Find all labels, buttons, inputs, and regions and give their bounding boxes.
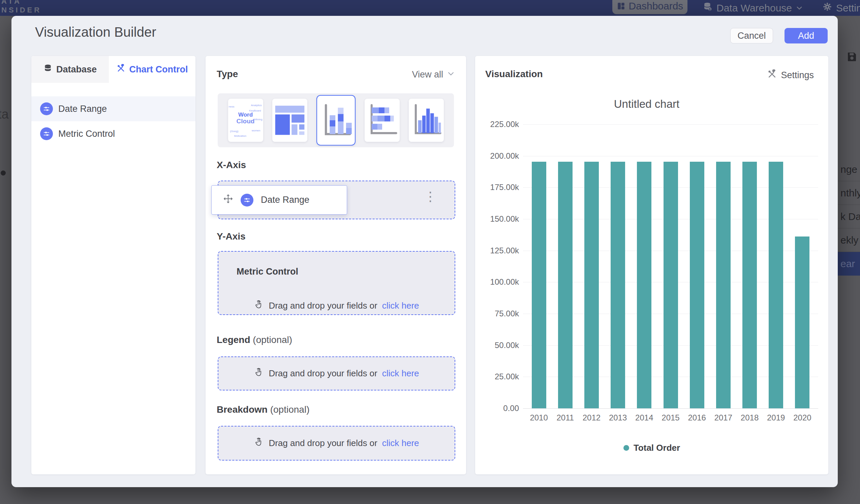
x-tick-label: 2018 <box>736 413 763 422</box>
bar-2014[interactable] <box>637 162 651 408</box>
visualization-panel: Visualization Settings Untitled chart 0.… <box>475 56 828 474</box>
y-tick-label: 200.00k <box>475 151 519 161</box>
tools-icon <box>117 64 125 75</box>
x-tick-label: 2012 <box>578 413 605 422</box>
settings-label: Settings <box>781 70 814 81</box>
menu-item: nge <box>838 158 860 181</box>
click-here-link[interactable]: click here <box>382 368 419 379</box>
tab-chart-control-label: Chart Control <box>129 64 188 75</box>
breakdown-optional-suffix: (optional) <box>270 404 310 415</box>
chart-title: Untitled chart <box>475 98 818 111</box>
view-all-dropdown[interactable]: View all <box>412 69 455 80</box>
hand-click-icon <box>254 367 264 380</box>
sliders-icon <box>40 102 53 115</box>
x-axis-heading: X-Axis <box>217 160 246 171</box>
x-tick-label: 2011 <box>552 413 578 422</box>
menu-item: ekly <box>838 228 860 252</box>
y-tick-label: 75.00k <box>475 309 519 318</box>
builder-panel: Type View all Word Cloud ness Analytics … <box>205 56 466 474</box>
bar-2016[interactable] <box>690 162 704 408</box>
hand-click-icon <box>254 300 264 312</box>
chart-type-treemap[interactable] <box>272 99 307 142</box>
database-icon <box>43 64 52 75</box>
chart-type-stacked-bar[interactable] <box>364 99 400 142</box>
x-tick-label: 2013 <box>605 413 631 422</box>
bar-2011[interactable] <box>558 162 573 408</box>
sliders-icon <box>241 194 254 206</box>
gridline <box>523 408 818 409</box>
gridline <box>523 124 818 125</box>
nav-item-dashboards: Dashboards <box>612 0 687 14</box>
y-tick-label: 150.00k <box>475 214 519 224</box>
chart-legend[interactable]: Total Order <box>475 443 828 453</box>
breakdown-heading: Breakdown (optional) <box>217 404 309 415</box>
legend-heading: Legend (optional) <box>217 334 292 345</box>
tab-database[interactable]: Database <box>31 56 109 83</box>
y-tick-label: 25.00k <box>475 372 519 381</box>
legend-drop-zone[interactable]: Drag and drop your fields or click here <box>218 357 455 390</box>
chart-type-word-cloud[interactable]: Word Cloud ness Analytics KeyBoard Minin… <box>228 99 263 142</box>
y-tick-label: 125.00k <box>475 246 519 255</box>
background-bullet-dot <box>1 171 6 175</box>
menu-item: nthly <box>838 181 860 205</box>
field-item-date-range[interactable]: Date Range <box>31 96 196 121</box>
y-tick-label: 50.00k <box>475 341 519 350</box>
nav-item-settings: Settings <box>822 0 860 16</box>
drop-hint-text: Drag and drop your fields or <box>269 368 377 379</box>
chart-type-histogram[interactable] <box>409 99 444 142</box>
add-button[interactable]: Add <box>785 28 828 43</box>
plot-area: 0.0025.00k50.00k75.00k100.00k125.00k150.… <box>526 124 816 408</box>
word-cloud-icon: Word Cloud ness Analytics KeyBoard Minin… <box>228 99 263 124</box>
bar-2015[interactable] <box>663 162 678 408</box>
background-text-fragment: ta <box>0 107 9 121</box>
chart-type-stacked-column[interactable] <box>316 95 356 146</box>
y-axis-drop-zone[interactable]: Metric Control Drag and drop your fields… <box>218 251 455 315</box>
field-item-metric-control[interactable]: Metric Control <box>31 121 196 146</box>
sliders-icon <box>40 127 53 140</box>
stacked-bar-icon <box>364 99 400 142</box>
field-label: Date Range <box>58 104 107 114</box>
chevron-down-icon <box>447 69 455 80</box>
save-icon <box>846 50 858 63</box>
bar-2017[interactable] <box>716 162 731 408</box>
histogram-icon <box>409 99 444 142</box>
click-here-link[interactable]: click here <box>382 301 419 311</box>
type-heading: Type <box>217 69 238 80</box>
bar-2019[interactable] <box>769 162 783 408</box>
app-logo: ATA NSIDER <box>1 0 41 14</box>
nav-label-data-warehouse: Data Warehouse <box>716 2 792 14</box>
nav-label-settings: Settings <box>836 2 860 14</box>
settings-button[interactable]: Settings <box>767 69 814 81</box>
gridline <box>523 156 818 156</box>
view-all-label: View all <box>412 69 443 80</box>
treemap-icon <box>272 99 307 142</box>
bar-2012[interactable] <box>584 162 599 408</box>
tab-chart-control[interactable]: Chart Control <box>109 56 196 83</box>
bar-2018[interactable] <box>742 162 757 408</box>
bar-2020[interactable] <box>795 236 809 408</box>
hand-click-icon <box>254 437 264 449</box>
chart-type-strip: Word Cloud ness Analytics KeyBoard Minin… <box>218 93 454 147</box>
x-tick-label: 2017 <box>710 413 736 422</box>
date-range-drag-chip[interactable]: Date Range <box>211 185 347 215</box>
bar-2013[interactable] <box>611 162 625 408</box>
dashboard-icon <box>617 2 626 12</box>
click-here-link[interactable]: click here <box>382 438 419 448</box>
bar-2010[interactable] <box>532 162 546 408</box>
kebab-menu-icon[interactable]: ⋮ <box>424 190 437 203</box>
gear-icon <box>822 2 832 14</box>
nav-item-data-warehouse: Data Warehouse <box>703 0 803 16</box>
modal-title: Visualization Builder <box>35 25 156 40</box>
x-tick-label: 2020 <box>789 413 816 422</box>
drop-hint-text: Drag and drop your fields or <box>269 438 377 448</box>
y-tick-label: 0.00 <box>475 404 519 413</box>
cancel-button[interactable]: Cancel <box>730 28 773 43</box>
background-dropdown-menu: nge nthly k Date ekly ear <box>838 158 860 276</box>
menu-item: k Date <box>838 205 860 228</box>
move-icon <box>223 194 233 206</box>
tab-database-label: Database <box>56 64 97 75</box>
fields-panel: Database Chart Control Date Range Metric… <box>31 56 196 474</box>
tools-icon <box>767 69 777 81</box>
breakdown-drop-zone[interactable]: Drag and drop your fields or click here <box>218 426 455 461</box>
legend-label: Total Order <box>633 443 680 453</box>
